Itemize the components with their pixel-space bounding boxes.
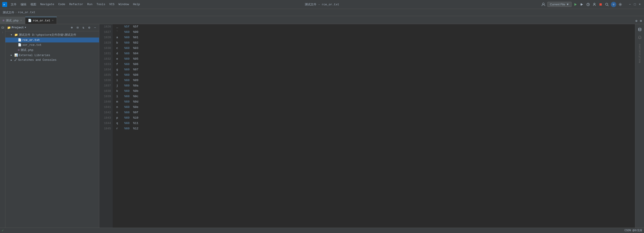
svg-point-12	[620, 4, 621, 5]
project-dropdown-icon[interactable]: ▼	[25, 26, 26, 29]
hex2-col: %05	[133, 56, 138, 62]
table-row: h%60%08	[116, 72, 632, 78]
sort-icon[interactable]: ⇅	[81, 25, 86, 30]
profile-run-icon[interactable]: +	[592, 2, 596, 7]
line-numbers: 1826182718281829183018311832183318341835…	[99, 24, 113, 228]
svg-text:P: P	[4, 4, 5, 6]
menu-file[interactable]: 文件	[9, 2, 18, 7]
char-col: e	[116, 56, 121, 62]
notifications-icon[interactable]	[636, 34, 643, 41]
hex1-col: %60	[124, 51, 130, 56]
search-icon[interactable]	[605, 2, 609, 7]
menu-window[interactable]: Window	[117, 2, 131, 7]
breadcrumb: 测试文件 › rce_or.txt	[0, 9, 644, 16]
code-lines[interactable]: _%5f%5f`%60%00a%60%01b%60%02c%60%03d%60%…	[113, 24, 635, 228]
debug-icon[interactable]	[580, 2, 584, 7]
hex2-col: %0c	[133, 94, 138, 99]
menu-run[interactable]: Run	[86, 2, 94, 7]
char-col: _	[116, 24, 121, 29]
tree-item-xor-rce[interactable]: 📄 xor_rce.txt	[5, 42, 99, 47]
tab-close-rce-or-txt[interactable]: ×	[52, 19, 54, 22]
user-avatar[interactable]: U	[611, 2, 616, 7]
current-file-button[interactable]: Current File ▼	[548, 2, 572, 7]
collapse-all-icon[interactable]: ⊟	[75, 25, 80, 30]
hex1-col: %60	[124, 35, 130, 40]
svg-marker-3	[574, 3, 577, 6]
tab-rce-or-txt[interactable]: 📄 rce_or.txt ×	[25, 17, 57, 24]
hex1-col: %60	[124, 105, 130, 110]
line-number: 1843	[101, 115, 111, 121]
stop-icon[interactable]	[598, 2, 603, 7]
coverage-icon[interactable]	[586, 2, 590, 7]
hex2-col: %5f	[133, 24, 138, 29]
line-number: 1842	[101, 110, 111, 115]
char-col: n	[116, 105, 121, 110]
editor-content[interactable]: 1826182718281829183018311832183318341835…	[99, 24, 635, 228]
line-number: 1827	[101, 29, 111, 35]
table-row: a%60%01	[116, 35, 632, 40]
hex1-col: %60	[124, 72, 130, 78]
project-settings-icon[interactable]: ⚙	[87, 25, 92, 30]
char-col: d	[116, 51, 121, 56]
app-logo: P	[2, 2, 7, 7]
svg-point-13	[638, 28, 641, 29]
svg-line-11	[608, 5, 608, 6]
close-button[interactable]: ×	[638, 2, 642, 6]
menu-code[interactable]: Code	[56, 2, 67, 7]
table-row: l%60%0c	[116, 94, 632, 99]
table-row: b%60%02	[116, 40, 632, 45]
line-number: 1833	[101, 62, 111, 67]
hex1-col: %60	[124, 78, 130, 83]
run-icon[interactable]	[573, 2, 578, 7]
tree-item-test-php[interactable]: ⊞ 测试.php	[5, 47, 99, 53]
menu-help[interactable]: Help	[131, 2, 142, 7]
menu-refactor[interactable]: Refactor	[68, 2, 85, 7]
menu-edit[interactable]: 编辑	[19, 2, 28, 7]
table-row: m%60%0d	[116, 99, 632, 105]
main-area: 🗂 ↕ 📁 Project ▼ ⊕ ⊟ ⇅ ⚙ − ▼ 📁 测试文件 D:\ph…	[0, 24, 644, 228]
tree-item-external-libs[interactable]: ▶ 📊 External Libraries	[5, 53, 99, 58]
char-col: a	[116, 35, 121, 40]
minimize-button[interactable]: −	[628, 2, 632, 6]
close-panel-icon[interactable]: −	[93, 25, 97, 30]
activity-vcs-icon[interactable]: ↕	[0, 30, 5, 35]
hex2-col: %0f	[133, 110, 138, 115]
settings-icon[interactable]	[618, 2, 622, 7]
activity-project-icon[interactable]: 🗂	[0, 25, 5, 30]
table-row: j%60%0a	[116, 83, 632, 88]
line-number: 1839	[101, 94, 111, 99]
hex1-col: %60	[124, 110, 130, 115]
tree-item-root[interactable]: ▼ 📁 测试文件 D:\phpstorm文件存储\测试文件	[5, 32, 99, 37]
tab-测试php[interactable]: ⊞ 测试.php ×	[0, 17, 25, 24]
profile-icon[interactable]	[541, 2, 546, 7]
tab-expand-icon[interactable]: ⊞	[639, 18, 643, 23]
hex2-col: %0e	[133, 105, 138, 110]
tree-item-scratches[interactable]: ▶ 🖊 Scratches and Consoles	[5, 58, 99, 62]
tree-label-external-libs: External Libraries	[19, 54, 50, 57]
menu-navigate[interactable]: Navigate	[38, 2, 56, 7]
menu-view[interactable]: 视图	[28, 2, 38, 7]
table-row: `%60%00	[116, 29, 632, 35]
tree-item-rce-or-txt[interactable]: 📄 rce_or.txt	[5, 37, 99, 42]
hex2-col: %0d	[133, 99, 138, 105]
folder-icon-root: 📁	[14, 33, 18, 37]
hex1-col: %60	[124, 126, 130, 131]
title-bar-left: P 文件 编辑 视图 Navigate Code Refactor Run To…	[2, 2, 142, 7]
maximize-button[interactable]: □	[633, 2, 637, 6]
line-number: 1832	[101, 56, 111, 62]
add-file-icon[interactable]: ⊕	[70, 25, 74, 30]
database-icon[interactable]	[636, 26, 643, 33]
line-number: 1826	[101, 24, 111, 29]
tree-chevron-scratches: ▶	[11, 59, 14, 61]
line-number: 1845	[101, 126, 111, 131]
menu-vcs[interactable]: VCS	[107, 2, 116, 7]
breadcrumb-segment-1[interactable]: 测试文件	[3, 10, 14, 14]
hex1-col: %60	[124, 45, 130, 51]
breadcrumb-segment-2[interactable]: rce_or.txt	[18, 11, 35, 14]
tab-settings-icon[interactable]: ⚙	[634, 18, 639, 23]
tab-bar: ⊞ 测试.php × 📄 rce_or.txt × ⚙ ⊞	[0, 16, 644, 24]
tab-close-测试php[interactable]: ×	[20, 19, 22, 22]
tree-label-scratches: Scratches and Consoles	[18, 58, 56, 62]
menu-tools[interactable]: Tools	[94, 2, 107, 7]
hex2-col: %02	[133, 40, 138, 45]
